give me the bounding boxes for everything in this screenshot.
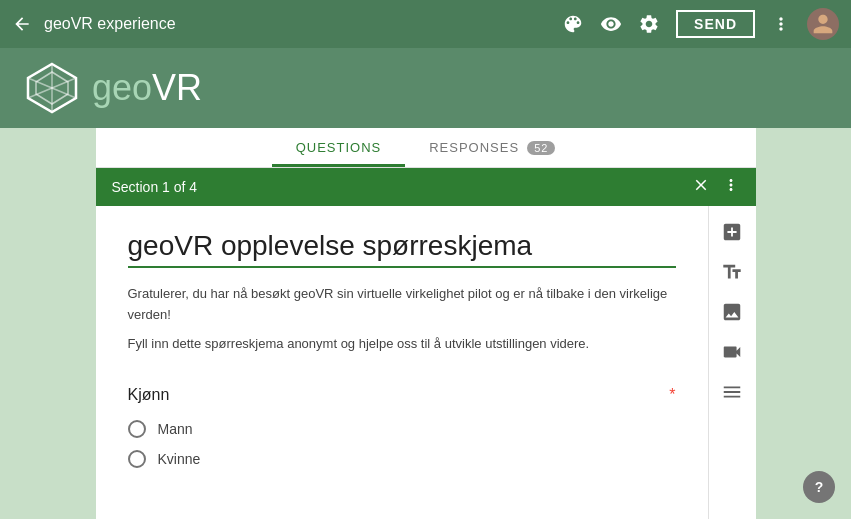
question-gender: Kjønn * Mann Kvinne (128, 386, 676, 468)
radio-label-mann: Mann (158, 421, 193, 437)
right-sidebar (708, 206, 756, 519)
form-description-1: Gratulerer, du har nå besøkt geoVR sin v… (128, 284, 676, 326)
more-options-icon[interactable] (771, 14, 791, 34)
form-description-2: Fyll inn dette spørreskjema anonymt og h… (128, 334, 676, 355)
tabs-bar: QUESTIONS RESPONSES 52 (96, 128, 756, 168)
radio-circle-kvinne[interactable] (128, 450, 146, 468)
radio-circle-mann[interactable] (128, 420, 146, 438)
add-text-button[interactable] (714, 254, 750, 290)
preview-icon[interactable] (600, 13, 622, 35)
tab-responses[interactable]: RESPONSES 52 (405, 128, 579, 167)
back-button[interactable] (12, 14, 32, 34)
avatar[interactable] (807, 8, 839, 40)
send-button[interactable]: SEND (676, 10, 755, 38)
form-panel: QUESTIONS RESPONSES 52 Section 1 of 4 (96, 128, 756, 519)
add-video-button[interactable] (714, 334, 750, 370)
section-header: Section 1 of 4 (96, 168, 756, 206)
section-label: Section 1 of 4 (112, 179, 198, 195)
palette-icon[interactable] (562, 13, 584, 35)
radio-label-kvinne: Kvinne (158, 451, 201, 467)
form-inner: geoVR opplevelse spørreskjema Gratulerer… (96, 206, 708, 519)
add-section-button[interactable] (714, 374, 750, 410)
logo-text: geoVR (92, 67, 202, 109)
responses-badge: 52 (527, 141, 555, 155)
section-more-icon[interactable] (722, 176, 740, 198)
topbar-icons: SEND (562, 8, 839, 40)
help-button[interactable]: ? (803, 471, 835, 503)
content-wrapper: geoVR opplevelse spørreskjema Gratulerer… (96, 206, 756, 519)
radio-option-mann[interactable]: Mann (128, 420, 676, 438)
logobar: geoVR (0, 48, 851, 128)
add-image-button[interactable] (714, 294, 750, 330)
topbar-title: geoVR experience (44, 15, 550, 33)
tab-questions[interactable]: QUESTIONS (272, 128, 406, 167)
topbar: geoVR experience SEND (0, 0, 851, 48)
logo-icon (24, 60, 80, 116)
main-area: QUESTIONS RESPONSES 52 Section 1 of 4 (0, 128, 851, 519)
collapse-icon[interactable] (692, 176, 710, 198)
form-title: geoVR opplevelse spørreskjema (128, 230, 676, 268)
question-gender-label: Kjønn (128, 386, 170, 404)
add-element-button[interactable] (714, 214, 750, 250)
form-content: geoVR opplevelse spørreskjema Gratulerer… (96, 206, 708, 504)
settings-icon[interactable] (638, 13, 660, 35)
required-star: * (669, 386, 675, 404)
radio-option-kvinne[interactable]: Kvinne (128, 450, 676, 468)
